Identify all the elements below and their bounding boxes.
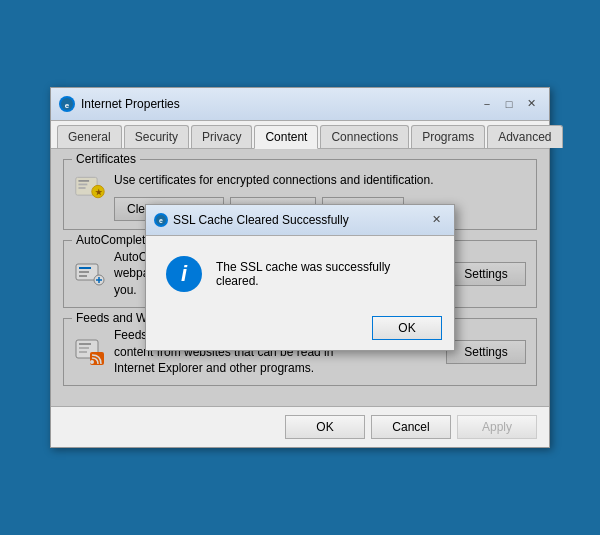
dialog-content: i The SSL cache was successfully cleared…	[146, 236, 454, 308]
maximize-button[interactable]: □	[499, 94, 519, 114]
svg-text:e: e	[159, 217, 163, 224]
dialog-message: The SSL cache was successfully cleared.	[216, 260, 434, 288]
window-icon: e	[59, 96, 75, 112]
info-icon: i	[166, 256, 202, 292]
tab-privacy[interactable]: Privacy	[191, 125, 252, 148]
title-controls: − □ ✕	[477, 94, 541, 114]
main-window: e Internet Properties − □ ✕ General Secu…	[50, 87, 550, 449]
dialog-title-bar: e SSL Cache Cleared Successfully ✕	[146, 205, 454, 236]
cancel-button[interactable]: Cancel	[371, 415, 451, 439]
tab-bar: General Security Privacy Content Connect…	[51, 121, 549, 149]
ssl-cleared-dialog: e SSL Cache Cleared Successfully ✕ i The…	[145, 204, 455, 351]
dialog-overlay: e SSL Cache Cleared Successfully ✕ i The…	[51, 149, 549, 407]
tab-programs[interactable]: Programs	[411, 125, 485, 148]
apply-button[interactable]: Apply	[457, 415, 537, 439]
content-area: Certificates ★ Use certificates for encr…	[51, 149, 549, 407]
dialog-close-button[interactable]: ✕	[426, 210, 446, 230]
tab-content[interactable]: Content	[254, 125, 318, 149]
window-title: Internet Properties	[81, 97, 180, 111]
title-bar: e Internet Properties − □ ✕	[51, 88, 549, 121]
bottom-bar: OK Cancel Apply	[51, 406, 549, 447]
tab-connections[interactable]: Connections	[320, 125, 409, 148]
tab-general[interactable]: General	[57, 125, 122, 148]
close-button[interactable]: ✕	[521, 94, 541, 114]
ok-button[interactable]: OK	[285, 415, 365, 439]
title-bar-left: e Internet Properties	[59, 96, 180, 112]
dialog-bottom: OK	[146, 308, 454, 350]
dialog-title-left: e SSL Cache Cleared Successfully	[154, 213, 349, 227]
tab-security[interactable]: Security	[124, 125, 189, 148]
dialog-ok-button[interactable]: OK	[372, 316, 442, 340]
dialog-title: SSL Cache Cleared Successfully	[173, 213, 349, 227]
svg-text:e: e	[65, 101, 70, 110]
minimize-button[interactable]: −	[477, 94, 497, 114]
tab-advanced[interactable]: Advanced	[487, 125, 562, 148]
dialog-icon: e	[154, 213, 168, 227]
